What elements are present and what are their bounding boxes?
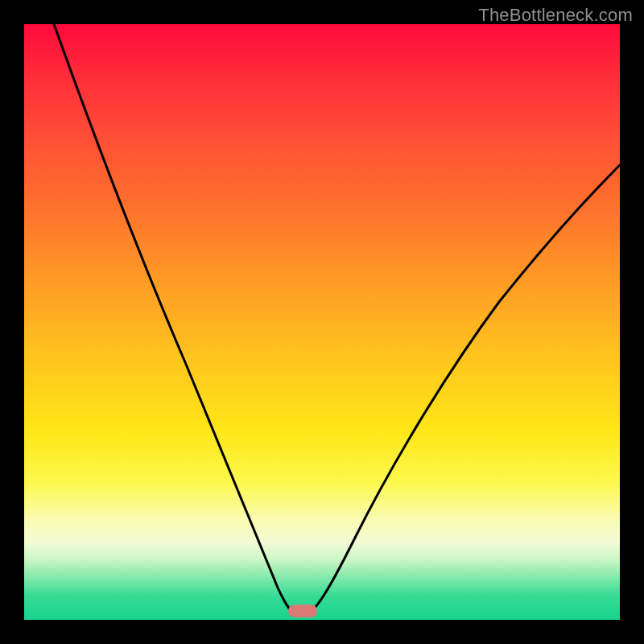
curve-layer bbox=[24, 24, 620, 620]
chart-canvas: TheBottleneck.com bbox=[0, 0, 644, 644]
watermark-text: TheBottleneck.com bbox=[478, 5, 633, 26]
plot-area bbox=[24, 24, 620, 620]
bottleneck-curve bbox=[54, 24, 620, 616]
optimal-marker bbox=[288, 605, 317, 617]
